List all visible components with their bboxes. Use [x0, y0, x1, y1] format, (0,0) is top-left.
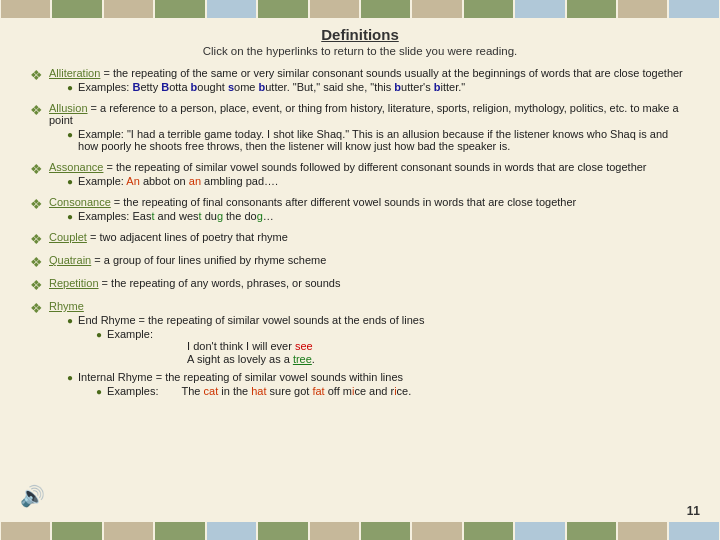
end-rhyme-example-label: Example:: [107, 328, 315, 340]
allusion-term[interactable]: Allusion: [49, 102, 88, 114]
bar-seg: [258, 0, 307, 18]
end-rhyme-content: End Rhyme = the repeating of similar vow…: [78, 314, 424, 368]
allusion-example: Example: "I had a terrible game today. I…: [78, 128, 690, 152]
consonance-example: Examples: East and west dug the dog…: [78, 210, 274, 222]
section-assonance: ❖ Assonance = the repeating of similar v…: [30, 161, 690, 189]
rhyme-content: Rhyme ● End Rhyme = the repeating of sim…: [49, 300, 690, 402]
bar-seg: [310, 0, 359, 18]
allusion-examples: ● Example: "I had a terrible game today.…: [67, 128, 690, 152]
alliteration-examples: ● Examples: Betty Botta bought some butt…: [67, 81, 690, 93]
bar-seg: [310, 522, 359, 540]
internal-rhyme-item: ● Internal Rhyme = the repeating of simi…: [67, 371, 690, 399]
assonance-content: Assonance = the repeating of similar vow…: [49, 161, 690, 189]
page-title[interactable]: Definitions: [30, 26, 690, 43]
bar-seg: [361, 0, 410, 18]
bar-seg: [155, 0, 204, 18]
bullet-icon: ❖: [30, 300, 43, 316]
sub-item: ● Example: "I had a terrible game today.…: [67, 128, 690, 152]
page-number: 11: [687, 504, 700, 518]
bar-seg: [464, 522, 513, 540]
bar-seg: [104, 0, 153, 18]
assonance-examples: ● Example: An abbot on an ambling pad….: [67, 175, 690, 187]
bullet-icon: ❖: [30, 277, 43, 293]
internal-rhyme-line: The cat in the hat sure got fat off mice…: [182, 385, 412, 397]
bar-seg: [618, 522, 667, 540]
example-line-2: A sight as lovely as a tree.: [187, 353, 315, 365]
bar-seg: [669, 522, 718, 540]
internal-rhyme-example: Examples: The cat in the hat sure got fa…: [107, 385, 411, 397]
sub-bullet-icon: ●: [67, 176, 73, 187]
section-rhyme: ❖ Rhyme ● End Rhyme = the repeating of s…: [30, 300, 690, 402]
bullet-icon: ❖: [30, 67, 43, 83]
bar-seg: [361, 522, 410, 540]
end-rhyme-item: ● End Rhyme = the repeating of similar v…: [67, 314, 690, 368]
sound-icon[interactable]: 🔊: [20, 484, 45, 508]
rhyme-term[interactable]: Rhyme: [49, 300, 84, 312]
bar-seg: [104, 522, 153, 540]
internal-rhyme-examples: ● Examples: The cat in the hat sure got …: [96, 385, 411, 397]
bar-seg: [258, 522, 307, 540]
repetition-term[interactable]: Repetition: [49, 277, 99, 289]
sub-bullet-icon: ●: [67, 211, 73, 222]
section-quatrain: ❖ Quatrain = a group of four lines unifi…: [30, 254, 690, 270]
sub-bullet-icon: ●: [67, 82, 73, 93]
bar-seg: [412, 0, 461, 18]
sub-bullet-icon: ●: [67, 129, 73, 140]
bullet-icon: ❖: [30, 196, 43, 212]
bar-seg: [567, 522, 616, 540]
bottom-bar: [0, 522, 720, 540]
bar-seg: [515, 0, 564, 18]
assonance-term[interactable]: Assonance: [49, 161, 103, 173]
internal-rhyme-content: Internal Rhyme = the repeating of simila…: [78, 371, 411, 399]
bar-seg: [464, 0, 513, 18]
bar-seg: [1, 0, 50, 18]
alliteration-term[interactable]: Alliteration: [49, 67, 100, 79]
bar-seg: [515, 522, 564, 540]
internal-rhyme-label: Internal Rhyme = the repeating of simila…: [78, 371, 403, 383]
alliteration-example: Examples: Betty Botta bought some butter…: [78, 81, 465, 93]
allusion-content: Allusion = a reference to a person, plac…: [49, 102, 690, 154]
rhyme-subsection: ● End Rhyme = the repeating of similar v…: [67, 314, 690, 399]
repetition-content: Repetition = the repeating of any words,…: [49, 277, 690, 289]
quatrain-term[interactable]: Quatrain: [49, 254, 91, 266]
bar-seg: [669, 0, 718, 18]
page-subtitle: Click on the hyperlinks to return to the…: [30, 45, 690, 57]
end-rhyme-lines: I don't think I will ever see A sight as…: [187, 340, 315, 366]
bar-seg: [207, 0, 256, 18]
end-rhyme-example: Example: I don't think I will ever see A…: [107, 328, 315, 366]
section-consonance: ❖ Consonance = the repeating of final co…: [30, 196, 690, 224]
consonance-content: Consonance = the repeating of final cons…: [49, 196, 690, 224]
assonance-example: Example: An abbot on an ambling pad….: [78, 175, 278, 187]
bar-seg: [155, 522, 204, 540]
bar-seg: [207, 522, 256, 540]
main-content: Definitions Click on the hyperlinks to r…: [0, 18, 720, 417]
bar-seg: [1, 522, 50, 540]
sub-item: ● Example: An abbot on an ambling pad….: [67, 175, 690, 187]
end-rhyme-label: End Rhyme = the repeating of similar vow…: [78, 314, 424, 326]
bullet-icon: ❖: [30, 161, 43, 177]
bar-seg: [618, 0, 667, 18]
bullet-icon: ❖: [30, 231, 43, 247]
sub-item: ● Example: I don't think I will ever see…: [96, 328, 424, 366]
sub-item: ● Examples: The cat in the hat sure got …: [96, 385, 411, 397]
sub-bullet-icon: ●: [67, 315, 73, 326]
consonance-term[interactable]: Consonance: [49, 196, 111, 208]
internal-rhyme-example-label: Examples:: [107, 385, 158, 397]
sub-item: ● Examples: East and west dug the dog…: [67, 210, 690, 222]
sub-item: ● Examples: Betty Botta bought some butt…: [67, 81, 690, 93]
section-allusion: ❖ Allusion = a reference to a person, pl…: [30, 102, 690, 154]
sub-bullet-icon: ●: [67, 372, 73, 383]
bullet-icon: ❖: [30, 254, 43, 270]
bar-seg: [567, 0, 616, 18]
consonance-examples: ● Examples: East and west dug the dog…: [67, 210, 690, 222]
alliteration-content: Alliteration = the repeating of the same…: [49, 67, 690, 95]
section-couplet: ❖ Couplet = two adjacent lines of poetry…: [30, 231, 690, 247]
bullet-icon: ❖: [30, 102, 43, 118]
top-bar: [0, 0, 720, 18]
section-repetition: ❖ Repetition = the repeating of any word…: [30, 277, 690, 293]
end-rhyme-examples: ● Example: I don't think I will ever see…: [96, 328, 424, 366]
example-line-1: I don't think I will ever see: [187, 340, 315, 352]
couplet-content: Couplet = two adjacent lines of poetry t…: [49, 231, 690, 243]
sub-bullet-icon: ●: [96, 329, 102, 340]
couplet-term[interactable]: Couplet: [49, 231, 87, 243]
